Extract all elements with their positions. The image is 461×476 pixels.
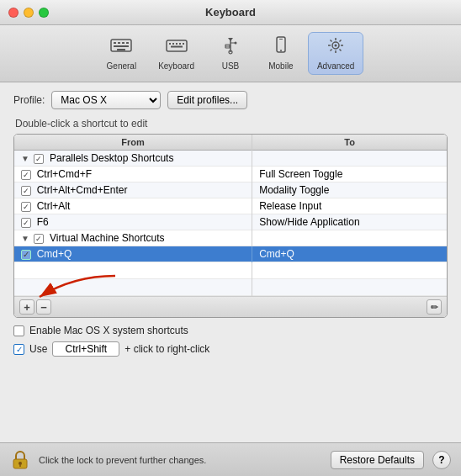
options-section: Enable Mac OS X system shortcuts Use Ctr… (13, 325, 448, 357)
svg-line-33 (331, 50, 332, 51)
minus-icon: − (40, 302, 47, 313)
enable-mac-checkbox[interactable] (13, 325, 24, 336)
checkbox-vm[interactable] (34, 234, 44, 244)
checkbox-row5[interactable]: ✓ (21, 250, 31, 260)
row2-from: Ctrl+Alt+Cmd+Enter (14, 182, 252, 198)
toolbar-label-keyboard: Keyboard (158, 61, 194, 71)
row5-from-label: Cmd+Q (37, 248, 72, 260)
group-vm-label: Virtual Machine Shortcuts (50, 232, 165, 244)
checkbox-parallels[interactable] (34, 154, 44, 164)
group-vm-to (252, 230, 447, 246)
toolbar-item-general[interactable]: General (98, 32, 146, 75)
row3-from: Ctrl+Alt (14, 198, 252, 214)
svg-rect-3 (122, 42, 125, 44)
window: Keyboard General (0, 0, 461, 476)
maximize-button[interactable] (39, 8, 49, 18)
row4-from-label: F6 (37, 216, 49, 228)
checkbox-row3[interactable] (21, 202, 31, 212)
add-shortcut-button[interactable]: + (19, 299, 34, 315)
group-parallels-to (252, 151, 447, 167)
row3-from-label: Ctrl+Alt (37, 200, 71, 212)
toolbar-item-mobile[interactable]: Mobile (257, 32, 305, 75)
svg-line-30 (331, 40, 332, 42)
svg-rect-11 (179, 43, 181, 45)
minimize-button[interactable] (24, 8, 34, 18)
title-bar: Keyboard (0, 0, 461, 25)
lock-icon-wrap[interactable] (10, 450, 30, 470)
help-button[interactable]: ? (432, 451, 451, 469)
toolbar-label-usb: USB (222, 61, 240, 71)
svg-rect-9 (172, 43, 174, 45)
advanced-icon (325, 36, 347, 60)
svg-rect-5 (114, 45, 129, 47)
svg-rect-4 (126, 42, 129, 44)
col-to-header: To (252, 135, 447, 151)
shortcut-table: From To ▼ Parallels Desktop Shortcuts (14, 135, 447, 296)
footer-text: Click the lock to prevent further change… (39, 455, 322, 465)
row2-to: Modality Toggle (252, 182, 447, 198)
checkbox-row2[interactable] (21, 186, 31, 196)
remove-shortcut-button[interactable]: − (36, 299, 51, 315)
row2-from-label: Ctrl+Alt+Cmd+Enter (37, 184, 128, 196)
svg-rect-13 (171, 46, 183, 48)
table-instruction: Double-click a shortcut to edit (13, 118, 448, 130)
toolbar-label-mobile: Mobile (268, 61, 293, 71)
table-row-empty (14, 279, 447, 296)
table-row[interactable]: Ctrl+Alt Release Input (14, 198, 447, 214)
edit-profiles-button[interactable]: Edit profiles... (167, 91, 247, 109)
svg-rect-23 (279, 39, 283, 40)
checkbox-row4[interactable] (21, 218, 31, 228)
col-from-header: From (14, 135, 252, 151)
close-button[interactable] (8, 8, 19, 18)
svg-rect-1 (114, 42, 116, 44)
tree-arrow: ▼ (21, 154, 31, 163)
table-row[interactable]: ▼ Parallels Desktop Shortcuts (14, 151, 447, 167)
use-checkbox[interactable] (13, 344, 24, 355)
table-bottom-toolbar: + − ✏ (14, 296, 447, 317)
row5-from: ✓ Cmd+Q (14, 246, 252, 262)
svg-rect-12 (183, 43, 184, 45)
svg-rect-10 (176, 43, 178, 45)
right-click-label: + click to right-click (125, 343, 209, 355)
toolbar-label-advanced: Advanced (317, 61, 354, 71)
table-row-empty (14, 262, 447, 279)
group-parallels-label: Parallels Desktop Shortcuts (50, 152, 173, 164)
row1-to: Full Screen Toggle (252, 167, 447, 182)
toolbar-item-advanced[interactable]: Advanced (308, 32, 363, 75)
checkbox-row1[interactable] (21, 170, 31, 180)
ctrl-shift-value: Ctrl+Shift (66, 343, 108, 355)
svg-rect-2 (118, 42, 120, 44)
plus-icon: + (24, 302, 30, 313)
table-row[interactable]: ✓ Cmd+Q Cmd+Q (14, 246, 447, 262)
svg-marker-15 (228, 38, 233, 41)
table-row[interactable]: Ctrl+Alt+Cmd+Enter Modality Toggle (14, 182, 447, 198)
svg-point-25 (335, 45, 337, 47)
restore-defaults-button[interactable]: Restore Defaults (331, 451, 424, 469)
lock-icon (11, 450, 29, 470)
row4-from: F6 (14, 214, 252, 230)
svg-line-31 (340, 50, 342, 51)
toolbar-item-usb[interactable]: USB (207, 32, 254, 75)
svg-rect-8 (169, 43, 171, 45)
row1-from: Ctrl+Cmd+F (14, 167, 252, 182)
enable-mac-label: Enable Mac OS X system shortcuts (29, 325, 188, 336)
row5-to: Cmd+Q (252, 246, 447, 262)
edit-shortcut-button[interactable]: ✏ (427, 299, 442, 315)
keyboard-icon (166, 36, 188, 60)
table-row[interactable]: F6 Show/Hide Application (14, 214, 447, 230)
toolbar: General Keyboard (0, 25, 461, 82)
row4-to: Show/Hide Application (252, 214, 447, 230)
svg-rect-6 (117, 49, 125, 50)
table-row[interactable]: Ctrl+Cmd+F Full Screen Toggle (14, 167, 447, 182)
tree-arrow-vm: ▼ (21, 234, 31, 243)
profile-select[interactable]: Mac OS X (51, 91, 161, 109)
group-vm-cell: ▼ Virtual Machine Shortcuts (14, 230, 252, 246)
svg-point-36 (19, 462, 22, 465)
toolbar-item-keyboard[interactable]: Keyboard (149, 32, 204, 75)
footer: Click the lock to prevent further change… (0, 442, 461, 476)
group-parallels-cell: ▼ Parallels Desktop Shortcuts (14, 151, 252, 167)
row3-to: Release Input (252, 198, 447, 214)
table-row[interactable]: ▼ Virtual Machine Shortcuts (14, 230, 447, 246)
pencil-icon: ✏ (431, 302, 438, 313)
traffic-lights (8, 8, 49, 18)
